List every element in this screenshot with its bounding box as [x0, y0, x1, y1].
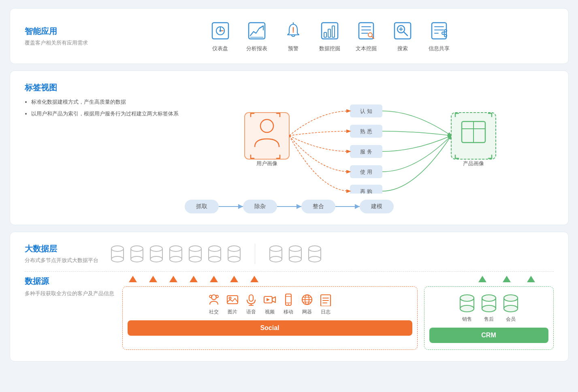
svg-point-80	[228, 246, 240, 251]
datasource-title: 数据源	[25, 276, 114, 287]
svg-point-127	[504, 295, 518, 301]
textmining-label: 文本挖掘	[356, 45, 377, 52]
big-data-subtitle: 分布式多节点开放式大数据平台	[25, 257, 98, 264]
datasource-subtitle: 多种手段获取全方位的客户及产品信息	[25, 289, 114, 298]
arrows-row-social	[122, 276, 554, 282]
bigdata-datasource-section: 大数据层 分布式多节点开放式大数据平台 数据源	[10, 232, 569, 362]
up-arrow-5	[210, 276, 218, 282]
big-data-section: 大数据层 分布式多节点开放式大数据平台	[25, 243, 554, 264]
svg-text:再 购: 再 购	[360, 188, 372, 194]
tag-diagram-svg: 用户画像 认 知 熟 悉 服 务 使 用	[228, 84, 512, 194]
app-icon-alert: 预警	[282, 20, 304, 52]
crm-button[interactable]: CRM	[429, 328, 548, 343]
up-arrow-6	[230, 276, 238, 282]
alert-icon	[282, 20, 304, 42]
svg-text:服 务: 服 务	[360, 149, 372, 155]
db-cylinder-r2	[288, 245, 302, 263]
textmining-icon	[355, 20, 377, 42]
dashboard-label: 仪表盘	[212, 45, 228, 52]
svg-line-22	[404, 32, 407, 36]
up-arrow-2	[149, 276, 157, 282]
up-arrow-g3	[527, 276, 535, 282]
svg-point-64	[150, 246, 162, 251]
svg-point-72	[189, 246, 201, 251]
tag-view-diagram: 用户画像 认 知 熟 悉 服 务 使 用	[187, 82, 554, 196]
db-cylinder-r1	[269, 245, 283, 263]
social-button[interactable]: Social	[128, 320, 412, 336]
app-icon-textmining: 文本挖掘	[355, 20, 377, 52]
db-cylinder-3	[149, 245, 163, 263]
smart-app-subtitle: 覆盖客户相关所有应用需求	[25, 39, 90, 47]
smart-app-section: 智能应用 覆盖客户相关所有应用需求 仪表盘	[10, 8, 569, 64]
svg-point-109	[288, 304, 289, 305]
db-cylinder-1	[111, 245, 124, 263]
svg-point-83	[228, 256, 240, 262]
db-icons-left	[111, 244, 554, 264]
svg-point-67	[150, 256, 162, 262]
svg-point-119	[460, 295, 474, 301]
svg-point-130	[504, 305, 518, 312]
tag-view-desc: 标准化数据建模方式，产生高质量的数据 以用户和产品为索引，根据用户服务行为过程建…	[25, 97, 179, 119]
pipeline-step-1: 抓取	[185, 200, 219, 213]
db-cylinder-r3	[308, 245, 322, 263]
db-cylinder-5	[188, 245, 202, 263]
svg-point-55	[111, 246, 124, 251]
search-label: 搜索	[397, 45, 408, 52]
db-cylinder-2	[130, 245, 144, 263]
big-data-left: 大数据层 分布式多节点开放式大数据平台	[25, 243, 98, 264]
svg-point-60	[131, 246, 143, 251]
tag-view-title: 标签视图	[25, 82, 179, 93]
svg-point-91	[289, 256, 301, 262]
analytics-label: 分析报表	[246, 45, 267, 52]
svg-marker-52	[238, 204, 243, 209]
svg-point-96	[211, 295, 216, 300]
section-divider	[25, 271, 554, 272]
social-panel: 社交 图片	[122, 286, 418, 350]
alert-label: 预警	[288, 45, 299, 52]
svg-marker-105	[267, 298, 270, 301]
up-arrow-1	[129, 276, 137, 282]
pipeline-step-2: 除杂	[243, 200, 277, 213]
svg-rect-5	[249, 23, 265, 39]
app-icon-search: 搜索	[392, 20, 414, 52]
up-arrow-7	[250, 276, 258, 282]
social-icons-row: 社交 图片	[128, 293, 412, 315]
svg-point-30	[444, 30, 447, 32]
source-panels: 社交 图片	[122, 286, 554, 350]
svg-text:使 用: 使 用	[360, 169, 372, 175]
tag-view-desc1: 标准化数据建模方式，产生高质量的数据	[31, 97, 179, 107]
svg-point-29	[442, 32, 444, 34]
up-arrow-4	[190, 276, 198, 282]
datasource-content: 社交 图片	[122, 276, 554, 350]
share-icon	[428, 20, 450, 42]
datamining-icon	[319, 20, 341, 42]
source-icon-web: 网器	[301, 293, 314, 315]
svg-point-122	[460, 305, 474, 312]
svg-point-79	[209, 256, 221, 262]
svg-rect-11	[324, 32, 326, 37]
svg-marker-53	[296, 204, 301, 209]
svg-point-71	[170, 256, 182, 262]
svg-rect-12	[328, 29, 331, 37]
share-label: 信息共享	[429, 45, 450, 52]
big-data-title: 大数据层	[25, 243, 98, 254]
svg-text:用户画像: 用户画像	[256, 160, 277, 166]
app-icon-share: 信息共享	[428, 20, 450, 52]
orange-arrows	[129, 276, 258, 282]
db-cylinder-6	[208, 245, 222, 263]
source-icon-member: 会员	[503, 293, 519, 323]
green-arrows	[478, 276, 535, 282]
svg-point-63	[131, 256, 143, 262]
svg-point-123	[482, 295, 496, 301]
datasource-left: 数据源 多种手段获取全方位的客户及产品信息	[25, 276, 114, 298]
app-icon-analytics: 分析报表	[246, 20, 268, 52]
svg-rect-101	[249, 295, 253, 301]
source-icon-image: 图片	[226, 293, 239, 315]
up-arrow-g2	[503, 276, 511, 282]
tag-view-section: 标签视图 标准化数据建模方式，产生高质量的数据 以用户和产品为索引，根据用户服务…	[10, 70, 569, 225]
db-cylinder-7	[227, 245, 241, 263]
source-icon-video: 视频	[263, 293, 276, 315]
smart-app-label: 智能应用 覆盖客户相关所有应用需求	[25, 26, 90, 47]
source-icon-social: 社交	[207, 293, 220, 315]
smart-app-title: 智能应用	[25, 26, 90, 37]
